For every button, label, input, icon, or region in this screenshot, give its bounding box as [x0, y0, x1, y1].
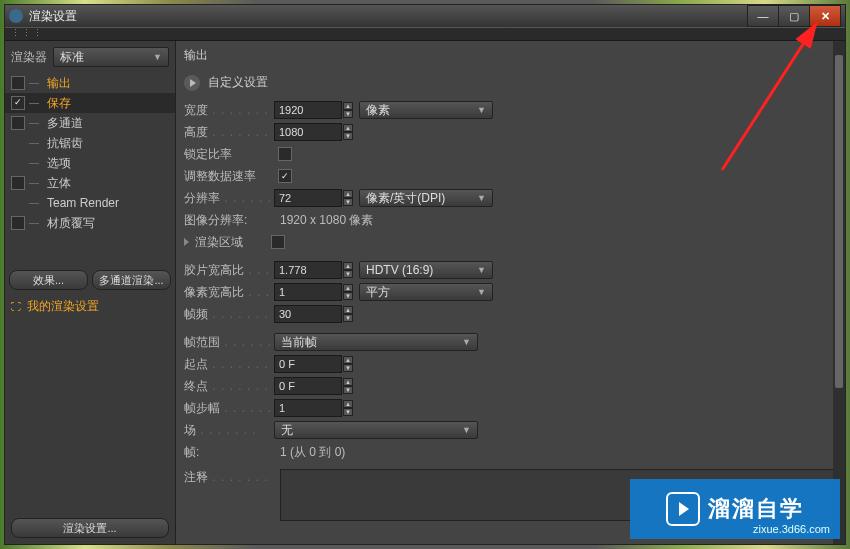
- render-region-label: 渲染区域: [195, 234, 267, 251]
- effects-button[interactable]: 效果...: [9, 270, 88, 290]
- adjust-rate-checkbox[interactable]: [278, 169, 292, 183]
- watermark: 溜溜自学 zixue.3d66.com: [630, 479, 840, 539]
- pixel-aspect-spinner[interactable]: ▲▼: [343, 284, 353, 300]
- height-input[interactable]: 1080: [274, 123, 342, 141]
- film-aspect-spinner[interactable]: ▲▼: [343, 262, 353, 278]
- custom-settings-label: 自定义设置: [208, 74, 268, 91]
- field-label: 场: [184, 422, 274, 439]
- preset-play-icon[interactable]: [184, 75, 200, 91]
- sidebar-item-save[interactable]: 保存: [5, 93, 175, 113]
- chevron-down-icon: ▼: [462, 337, 471, 347]
- checkbox-icon[interactable]: [11, 76, 25, 90]
- film-aspect-label: 胶片宽高比: [184, 262, 274, 279]
- pixel-aspect-label: 像素宽高比: [184, 284, 274, 301]
- sidebar-item-antialias[interactable]: 抗锯齿: [5, 133, 175, 153]
- app-icon: [9, 9, 23, 23]
- resolution-label: 分辨率: [184, 190, 274, 207]
- render-region-checkbox[interactable]: [271, 235, 285, 249]
- frames-value: 1 (从 0 到 0): [280, 444, 345, 461]
- film-aspect-input[interactable]: 1.778: [274, 261, 342, 279]
- settings-tree: 输出 保存 多通道 抗锯齿: [5, 73, 175, 266]
- fps-input[interactable]: 30: [274, 305, 342, 323]
- width-spinner[interactable]: ▲▼: [343, 102, 353, 118]
- start-spinner[interactable]: ▲▼: [343, 356, 353, 372]
- watermark-text: 溜溜自学: [708, 494, 804, 524]
- resolution-spinner[interactable]: ▲▼: [343, 190, 353, 206]
- frame-range-label: 帧范围: [184, 334, 274, 351]
- multipass-render-button[interactable]: 多通道渲染...: [92, 270, 171, 290]
- frames-label: 帧:: [184, 444, 274, 461]
- frame-range-select[interactable]: 当前帧▼: [274, 333, 478, 351]
- end-input[interactable]: 0 F: [274, 377, 342, 395]
- scrollbar[interactable]: [833, 41, 845, 544]
- chevron-down-icon: ▼: [153, 52, 162, 62]
- end-label: 终点: [184, 378, 274, 395]
- pixel-aspect-input[interactable]: 1: [274, 283, 342, 301]
- preset-row[interactable]: ⛶ 我的渲染设置: [5, 294, 175, 319]
- pixel-aspect-select[interactable]: 平方▼: [359, 283, 493, 301]
- section-header: 输出: [176, 41, 845, 70]
- resolution-input[interactable]: 72: [274, 189, 342, 207]
- height-label: 高度: [184, 124, 274, 141]
- grip-bar[interactable]: ⋮⋮⋮: [5, 27, 845, 41]
- preset-icon: ⛶: [11, 301, 21, 312]
- render-setting-button[interactable]: 渲染设置...: [11, 518, 169, 538]
- checkbox-icon[interactable]: [11, 176, 25, 190]
- window-title: 渲染设置: [29, 8, 77, 25]
- titlebar[interactable]: 渲染设置 — ▢ ✕: [5, 5, 845, 27]
- image-resolution-label: 图像分辨率:: [184, 212, 274, 229]
- fps-spinner[interactable]: ▲▼: [343, 306, 353, 322]
- watermark-sub: zixue.3d66.com: [753, 523, 830, 535]
- field-select[interactable]: 无▼: [274, 421, 478, 439]
- step-spinner[interactable]: ▲▼: [343, 400, 353, 416]
- image-resolution-value: 1920 x 1080 像素: [280, 212, 373, 229]
- step-input[interactable]: 1: [274, 399, 342, 417]
- end-spinner[interactable]: ▲▼: [343, 378, 353, 394]
- adjust-rate-label: 调整数据速率: [184, 168, 274, 185]
- minimize-button[interactable]: —: [747, 5, 779, 27]
- chevron-down-icon: ▼: [477, 193, 486, 203]
- maximize-button[interactable]: ▢: [778, 5, 810, 27]
- chevron-down-icon: ▼: [477, 287, 486, 297]
- sidebar: 渲染器 标准▼ 输出 保存 多通: [5, 41, 176, 544]
- render-settings-window: 渲染设置 — ▢ ✕ ⋮⋮⋮ 渲染器 标准▼ 输出: [4, 4, 846, 545]
- main-panel: 输出 自定义设置 宽度 1920 ▲▼ 像素▼ 高度 1080 ▲▼ 锁: [176, 41, 845, 544]
- fps-label: 帧频: [184, 306, 274, 323]
- sidebar-item-stereo[interactable]: 立体: [5, 173, 175, 193]
- width-unit-select[interactable]: 像素▼: [359, 101, 493, 119]
- checkbox-icon[interactable]: [11, 96, 25, 110]
- watermark-logo-icon: [666, 492, 700, 526]
- width-input[interactable]: 1920: [274, 101, 342, 119]
- sidebar-item-teamrender[interactable]: Team Render: [5, 193, 175, 213]
- lock-ratio-label: 锁定比率: [184, 146, 274, 163]
- start-input[interactable]: 0 F: [274, 355, 342, 373]
- notes-label: 注释: [184, 469, 274, 486]
- renderer-dropdown[interactable]: 标准▼: [53, 47, 169, 67]
- film-aspect-select[interactable]: HDTV (16:9)▼: [359, 261, 493, 279]
- lock-ratio-checkbox[interactable]: [278, 147, 292, 161]
- sidebar-item-options[interactable]: 选项: [5, 153, 175, 173]
- chevron-down-icon: ▼: [477, 265, 486, 275]
- sidebar-item-material-override[interactable]: 材质覆写: [5, 213, 175, 233]
- checkbox-icon[interactable]: [11, 116, 25, 130]
- sidebar-item-output[interactable]: 输出: [5, 73, 175, 93]
- chevron-down-icon: ▼: [477, 105, 486, 115]
- height-spinner[interactable]: ▲▼: [343, 124, 353, 140]
- close-button[interactable]: ✕: [809, 5, 841, 27]
- chevron-down-icon: ▼: [462, 425, 471, 435]
- renderer-label: 渲染器: [11, 49, 47, 66]
- scrollbar-thumb[interactable]: [835, 55, 843, 388]
- step-label: 帧步幅: [184, 400, 274, 417]
- width-label: 宽度: [184, 102, 274, 119]
- start-label: 起点: [184, 356, 274, 373]
- checkbox-icon[interactable]: [11, 216, 25, 230]
- collapse-icon[interactable]: [184, 238, 189, 246]
- resolution-unit-select[interactable]: 像素/英寸(DPI)▼: [359, 189, 493, 207]
- sidebar-item-multipass[interactable]: 多通道: [5, 113, 175, 133]
